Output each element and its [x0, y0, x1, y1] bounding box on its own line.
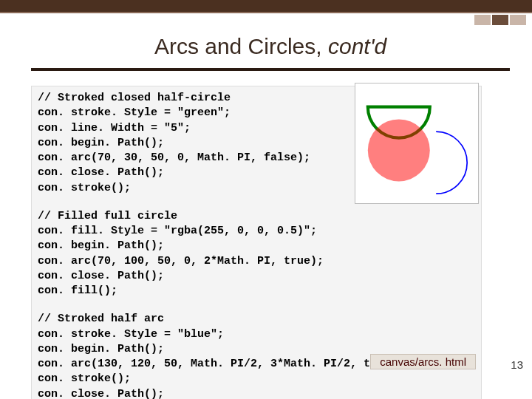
code-block-2: // Filled full circle con. fill. Style =…: [38, 209, 475, 299]
code-line: con. fill();: [38, 284, 475, 299]
title-main: Arcs and Circles,: [154, 34, 328, 58]
code-line: con. close. Path();: [38, 269, 475, 284]
page-title: Arcs and Circles, cont'd: [31, 28, 510, 71]
page-number: 13: [511, 358, 523, 371]
canvas-figure: [355, 83, 479, 204]
code-line: con. close. Path();: [38, 387, 475, 400]
code-line: con. stroke. Style = "blue";: [38, 327, 475, 342]
arcs-illustration: [355, 83, 480, 205]
code-line: con. stroke();: [38, 372, 475, 386]
title-ital: cont'd: [328, 34, 386, 58]
top-accent-bar: [0, 0, 532, 13]
code-comment: // Filled full circle: [38, 209, 475, 224]
code-comment: // Stroked half arc: [38, 312, 475, 327]
blue-half-arc: [436, 132, 467, 194]
red-circle: [368, 119, 430, 181]
code-line: con. arc(70, 100, 50, 0, 2*Math. PI, tru…: [38, 254, 475, 269]
code-line: con. fill. Style = "rgba(255, 0, 0, 0.5)…: [38, 224, 475, 239]
slide-body: Arcs and Circles, cont'd // Stroked clos…: [0, 13, 532, 399]
code-line: con. begin. Path();: [38, 239, 475, 253]
source-label: canvas/arcs. html: [370, 354, 476, 369]
